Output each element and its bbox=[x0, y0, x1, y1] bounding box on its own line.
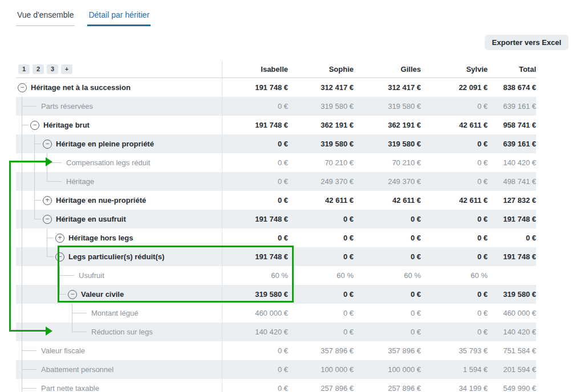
table-row: Compensation legs réduit0 €70 210 €70 21… bbox=[16, 153, 536, 172]
annotation-vertical-line bbox=[9, 161, 11, 332]
cell-value: 958 741 € bbox=[493, 116, 536, 134]
cell-value: 191 748 € bbox=[222, 78, 294, 97]
tree-connector-line bbox=[16, 134, 29, 153]
level-all-button[interactable]: + bbox=[61, 64, 72, 74]
tree-connector-line bbox=[41, 266, 54, 285]
tree-connector-line bbox=[54, 172, 65, 191]
cell-value: 257 896 € bbox=[359, 379, 427, 392]
cell-value: 319 580 € bbox=[294, 134, 359, 153]
row-label-cell: −Legs particulier(s) réduit(s) bbox=[16, 247, 222, 266]
table-row: Usufruit60 %60 %60 %60 % bbox=[16, 266, 536, 285]
cell-value: 22 091 € bbox=[427, 78, 493, 97]
cell-value: 201 594 € bbox=[493, 360, 536, 379]
cell-value: 0 € bbox=[427, 285, 493, 304]
table-row: Parts réservées0 €319 580 €319 580 €0 €6… bbox=[16, 97, 536, 116]
inheritance-table: 1 2 3 + Isabelle Sophie Gilles Sylvie To… bbox=[16, 60, 536, 392]
expand-icon[interactable]: + bbox=[55, 234, 64, 243]
cell-value: 42 611 € bbox=[427, 191, 493, 210]
tree-connector-line bbox=[29, 247, 41, 266]
tree-connector-line bbox=[16, 379, 29, 392]
cell-value: 0 € bbox=[427, 134, 493, 153]
cell-value: 0 € bbox=[427, 210, 493, 228]
row-label: Part nette taxable bbox=[41, 384, 99, 392]
table-header: 1 2 3 + Isabelle Sophie Gilles Sylvie To… bbox=[16, 60, 536, 78]
row-label: Héritage bbox=[66, 177, 94, 186]
table-row: −Héritage brut191 748 €362 191 €362 191 … bbox=[16, 116, 536, 134]
tab-vue-densemble[interactable]: Vue d'ensemble bbox=[16, 8, 75, 26]
table-row: +Héritage hors legs0 €0 €0 €0 €0 € bbox=[16, 228, 536, 247]
cell-value: 319 580 € bbox=[294, 97, 359, 116]
tree-connector-line bbox=[29, 134, 41, 153]
tree-connector-line bbox=[41, 247, 54, 266]
cell-value: 0 € bbox=[427, 153, 493, 172]
tree-connector-line bbox=[29, 285, 41, 304]
collapse-icon[interactable]: − bbox=[68, 290, 77, 299]
table-row: −Valeur civile319 580 €0 €0 €0 €319 580 … bbox=[16, 285, 536, 304]
tree-connector-line bbox=[16, 228, 29, 247]
cell-value: 0 € bbox=[222, 153, 294, 172]
cell-value: 639 161 € bbox=[493, 97, 536, 116]
cell-value: 751 584 € bbox=[493, 341, 536, 360]
row-label: Héritage en nue-propriété bbox=[56, 196, 146, 205]
tree-connector-line bbox=[29, 153, 41, 172]
tree-connector-line bbox=[54, 266, 66, 285]
tree-connector-line bbox=[16, 191, 29, 210]
cell-value: 0 € bbox=[427, 97, 493, 116]
table-row: −Héritage en usufruit191 748 €0 €0 €0 €1… bbox=[16, 210, 536, 228]
cell-value: 319 580 € bbox=[493, 285, 536, 304]
row-label-cell: −Héritage net à la succession bbox=[16, 78, 222, 97]
tab-detail-par-heritier[interactable]: Détail par héritier bbox=[87, 8, 151, 26]
table-row: Réduction sur legs140 420 €0 €0 €0 €140 … bbox=[16, 322, 536, 341]
tree-connector-line bbox=[54, 304, 66, 322]
row-label-cell: +Héritage hors legs bbox=[16, 228, 222, 247]
row-label-cell: Réduction sur legs bbox=[16, 322, 222, 341]
collapse-icon[interactable]: − bbox=[18, 83, 27, 92]
cell-value: 249 370 € bbox=[294, 172, 359, 191]
level-2-button[interactable]: 2 bbox=[33, 64, 44, 74]
cell-value: 60 % bbox=[294, 266, 359, 285]
export-excel-button[interactable]: Exporter vers Excel bbox=[485, 35, 569, 50]
cell-value: 60 % bbox=[359, 266, 427, 285]
cell-value: 35 793 € bbox=[427, 341, 493, 360]
tree-connector-line bbox=[16, 172, 29, 191]
tree-connector-line bbox=[16, 285, 29, 304]
tree-connector-line bbox=[41, 285, 54, 304]
cell-value: 0 € bbox=[427, 172, 493, 191]
cell-value: 0 € bbox=[222, 172, 294, 191]
row-label-cell: −Héritage en usufruit bbox=[16, 210, 222, 228]
cell-value bbox=[493, 266, 536, 285]
cell-value: 249 370 € bbox=[359, 172, 427, 191]
tree-connector-line bbox=[79, 304, 90, 322]
column-header-sylvie: Sylvie bbox=[427, 65, 493, 74]
tree-connector-line bbox=[66, 322, 79, 341]
column-header-isabelle: Isabelle bbox=[222, 65, 294, 74]
collapse-icon[interactable]: − bbox=[43, 140, 52, 149]
collapse-icon[interactable]: − bbox=[55, 252, 64, 262]
cell-value: 140 420 € bbox=[222, 322, 294, 341]
collapse-icon[interactable]: − bbox=[30, 121, 39, 130]
tree-connector-line bbox=[66, 266, 78, 285]
tree-connector-line bbox=[41, 228, 54, 247]
row-label-cell: Parts réservées bbox=[16, 97, 222, 116]
tab-bar: Vue d'ensemble Détail par héritier bbox=[0, 0, 584, 26]
tree-connector-line bbox=[16, 247, 29, 266]
row-label: Compensation legs réduit bbox=[66, 158, 150, 167]
table-row: +Héritage en nue-propriété0 €42 611 €42 … bbox=[16, 191, 536, 210]
cell-value: 0 € bbox=[359, 247, 427, 266]
tree-connector-line bbox=[16, 322, 29, 341]
collapse-icon[interactable]: − bbox=[43, 215, 52, 224]
level-3-button[interactable]: 3 bbox=[47, 64, 58, 74]
row-label: Héritage net à la succession bbox=[31, 83, 131, 92]
cell-value: 0 € bbox=[294, 247, 359, 266]
tree-connector-line bbox=[16, 304, 29, 322]
table-body: −Héritage net à la succession191 748 €31… bbox=[16, 78, 536, 392]
expand-icon[interactable]: + bbox=[43, 196, 52, 205]
cell-value: 140 420 € bbox=[493, 153, 536, 172]
row-label-cell: +Héritage en nue-propriété bbox=[16, 191, 222, 210]
table-row: Montant légué460 000 €0 €0 €0 €460 000 € bbox=[16, 304, 536, 322]
cell-value: 498 741 € bbox=[493, 172, 536, 191]
level-1-button[interactable]: 1 bbox=[18, 64, 30, 74]
cell-value: 60 % bbox=[427, 266, 493, 285]
cell-value: 1 594 € bbox=[427, 360, 493, 379]
cell-value: 460 000 € bbox=[222, 304, 294, 322]
